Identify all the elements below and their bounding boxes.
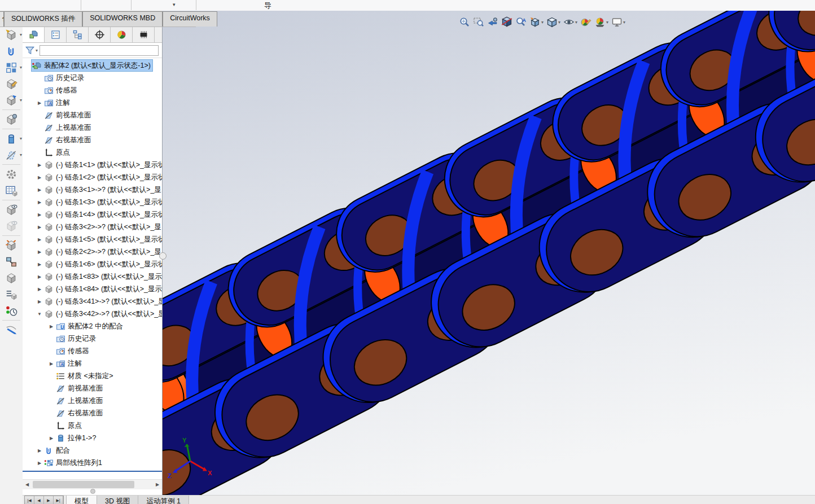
tree-item-component-chain2-2[interactable]: ▶(-) 链条2<2>->? (默认<<默认>_显 [23,246,162,258]
configurationmanager-tab[interactable] [67,27,89,42]
tree-filter-input[interactable] [40,45,159,56]
ribbon-tab-solidworks-mbd[interactable]: SOLIDWORKS MBD [82,11,163,27]
tree-item-component-chain1-2[interactable]: ▶(-) 链条1<2> (默认<<默认>_显示状 [23,171,162,183]
tree-item-sub-front-plane[interactable]: 前视基准面 [23,382,162,395]
tree-item-history-folder[interactable]: 历史记录 [23,72,162,84]
mate-button[interactable] [0,43,23,59]
tree-item-sub-right-plane[interactable]: 右视基准面 [23,407,162,419]
dimxpert-tab[interactable] [89,27,111,42]
insert-components-button[interactable]: ▾ [0,27,23,43]
exploded-view-button[interactable] [0,237,23,253]
scroll-right-arrow[interactable]: ▶ [153,482,162,487]
scrollbar-thumb[interactable] [33,481,134,488]
expand-arrow[interactable]: ▶ [36,461,43,466]
expand-arrow[interactable]: ▶ [36,262,43,267]
dropdown-caret-icon[interactable]: ▾ [20,152,22,157]
performance-evaluation-button[interactable] [0,303,23,319]
instant3d-button[interactable] [0,270,23,286]
tree-item-component-chain1-84[interactable]: ▶(-) 链条1<84> (默认<<默认>_显示状 [23,283,162,295]
expand-arrow[interactable]: ▶ [36,448,43,453]
assembly-visualization-button[interactable] [0,286,23,303]
circuitworks-tab[interactable] [133,27,155,42]
tree-item-front-plane[interactable]: 前视基准面 [23,109,162,121]
dropdown-caret-icon[interactable]: ▾ [541,20,544,25]
dropdown-caret-icon[interactable]: ▾ [20,98,22,103]
gears-button[interactable] [0,166,23,182]
dropdown-caret-icon[interactable]: ▾ [20,32,22,37]
dropdown-caret-icon[interactable]: ▾ [20,65,22,70]
dropdown-caret-icon[interactable]: ▾ [558,20,560,25]
tree-item-component-chain3-2[interactable]: ▶(-) 链条3<2>->? (默认<<默认>_显 [23,221,162,233]
tab-motion-study-1[interactable]: 运动算例 1 [138,496,189,504]
tree-item-mates-in-assembly-folder[interactable]: ▶装配体2 中的配合 [23,320,162,332]
first-tab-button[interactable]: |◀ [25,496,34,504]
tree-item-component-chain1-5[interactable]: ▶(-) 链条1<5> (默认<<默认>_显示状 [23,233,162,246]
view-settings-button[interactable]: ▾ [611,16,626,28]
expand-arrow[interactable]: ▶ [36,287,43,292]
last-tab-button[interactable]: ▶| [54,496,63,504]
viewport-3d-canvas[interactable]: Y X Z [162,11,815,504]
panel-splitter-handle[interactable] [90,489,95,494]
view-orientation-button[interactable]: ▾ [529,16,544,28]
expand-arrow[interactable]: ▶ [36,225,43,230]
expand-arrow[interactable]: ▶ [36,237,43,242]
collapse-arrow[interactable]: ▼ [36,312,43,317]
zoom-to-fit-button[interactable] [458,16,471,28]
expand-arrow[interactable]: ▶ [36,299,43,304]
annotation-views-button[interactable] [515,16,527,28]
tree-item-component-chain3-42[interactable]: ▼(-) 链条3<42>->? (默认<<默认>_显 [23,308,162,320]
expand-arrow[interactable]: ▶ [36,249,43,255]
tree-item-sensors-folder[interactable]: 传感器 [23,84,162,97]
dropdown-caret-icon[interactable]: ▾ [623,20,625,25]
filter-caret-icon[interactable]: ▾ [36,48,38,53]
expand-arrow[interactable]: ▶ [36,187,43,192]
expand-arrow[interactable]: ▶ [47,361,55,366]
expand-arrow[interactable]: ▶ [47,436,55,441]
assembly-features-button[interactable]: ▾ [0,130,23,147]
scrollbar-track[interactable] [32,480,153,489]
scroll-left-arrow[interactable]: ◀ [23,482,32,487]
tree-item-component-chain1-83[interactable]: ▶(-) 链条1<83> (默认<<默认>_显示状 [23,270,162,283]
tree-item-right-plane[interactable]: 右视基准面 [23,134,162,146]
edit-component-button[interactable] [0,76,23,92]
tree-item-sub-top-plane[interactable]: 上视基准面 [23,395,162,407]
propertymanager-tab[interactable] [45,27,67,42]
expand-arrow[interactable]: ▶ [36,200,43,205]
ribbon-tab-circuitworks[interactable]: CircuitWorks [163,11,217,27]
reference-geometry-button[interactable]: ▾ [0,147,23,163]
tab-model[interactable]: 模型 [66,496,97,504]
measure-button[interactable] [0,322,23,338]
tree-item-annotations-folder[interactable]: ▶注解 [23,97,162,109]
zoom-to-area-button[interactable] [472,16,485,28]
dropdown-caret-icon[interactable]: ▾ [20,136,22,141]
expand-arrow[interactable]: ▶ [36,100,43,106]
ribbon-tab-evaluate-partial[interactable]: 估 [0,11,4,27]
expand-arrow[interactable]: ▶ [36,212,43,217]
tree-item-local-linear-pattern1[interactable]: ▶局部线性阵列1 [23,457,162,469]
show-hidden-components-button[interactable] [0,201,23,218]
tree-item-sub-sensors-folder[interactable]: 传感器 [23,345,162,357]
dropdown-caret-icon[interactable]: ▾ [606,20,608,25]
tree-item-mates-group[interactable]: ▶配合 [23,444,162,457]
tree-pane-splitter[interactable] [23,471,162,472]
panel-collapse-handle[interactable] [159,252,166,260]
display-style-button[interactable]: ▾ [546,16,561,28]
expand-arrow[interactable]: ▶ [47,324,55,329]
interference-detection-button[interactable] [0,253,23,270]
previous-view-button[interactable] [487,16,499,28]
tree-item-component-chain1-6[interactable]: ▶(-) 链条1<6> (默认<<默认>_显示状 [23,258,162,270]
tree-item-origin[interactable]: 原点 [23,146,162,159]
graphics-viewport[interactable]: Y X Z [162,11,815,504]
tree-item-material-node[interactable]: 材质 <未指定> [23,370,162,382]
next-tab-button[interactable]: ▶ [44,496,54,504]
toolbar-overflow-button[interactable]: 导 [264,1,271,11]
tab-3d-views[interactable]: 3D 视图 [97,496,138,504]
tree-item-component-chain3-1[interactable]: ▶(-) 链条3<1>->? (默认<<默认>_显 [23,183,162,196]
tree-item-sub-origin[interactable]: 原点 [23,419,162,432]
move-component-button[interactable]: ▾ [0,92,23,108]
ribbon-tab-solidworks-addins[interactable]: SOLIDWORKS 插件 [4,11,82,27]
expand-arrow[interactable]: ▶ [36,274,43,279]
tree-item-sub-annotations-folder[interactable]: ▶注解 [23,357,162,370]
tree-item-component-chain1-1[interactable]: ▶(-) 链条1<1> (默认<<默认>_显示状 [23,159,162,171]
smart-fasteners-button[interactable] [0,111,23,128]
